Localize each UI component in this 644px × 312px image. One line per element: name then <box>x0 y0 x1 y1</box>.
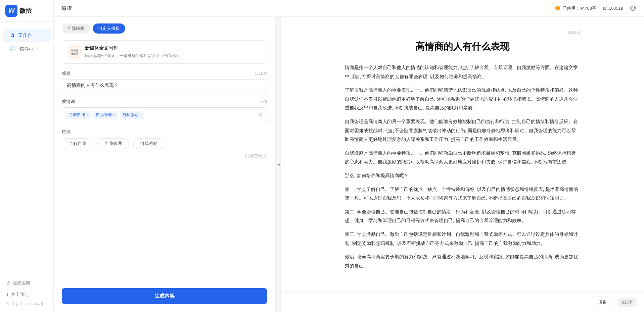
paragraph-0: 情商是指一个人对自己和他人的情感的认知和管理能力, 包括了解自我、自我管理、自我… <box>345 63 580 81</box>
right-panel: 10/100 高情商的人有什么表现 情商是指一个人对自己和他人的情感的认知和管理… <box>281 17 644 312</box>
try-tag-1[interactable]: 自我管理 <box>97 138 129 149</box>
article-title: 高情商的人有什么表现 <box>345 40 580 53</box>
try-tags: 了解自我 自我管理 自我激励 <box>62 138 267 149</box>
title-label: 标题 <box>62 70 71 76</box>
right-bottom-bar: 复制 815字 <box>281 292 644 312</box>
template-tabs: 全部模板 自定义模板 <box>62 23 267 34</box>
collapse-arrow-icon: ◀ <box>277 162 280 167</box>
word-count: 815字 <box>618 298 636 307</box>
paragraph-5: 第一, 学会了解自己。了解自己的优点、缺点、个性特质和偏好, 以及自己的情感状态… <box>345 185 580 203</box>
title-label-row: 标题 11/100 <box>62 70 267 76</box>
icp-text: ©ICP备2022016946号 <box>5 300 48 307</box>
try-label: 试试 <box>62 129 267 135</box>
usage-display: 🅣 已使用：44768字 <box>555 5 596 11</box>
sidebar-item-copyright[interactable]: © 版权说明 <box>5 277 48 289</box>
keyword-tag-1: 自我管理 x <box>93 111 118 119</box>
sidebar-footer: © 版权说明 ℹ 关于我们 ©ICP备2022016946号 <box>0 272 53 312</box>
title-section: 标题 11/100 <box>62 70 267 92</box>
workbench-icon: 🖥 <box>9 33 15 39</box>
logo-icon: W <box>5 5 17 17</box>
paragraph-2: 自我管理是高情商人的另一个重要表现。他们能够有效地控制自己的言行和行为, 控制自… <box>345 117 580 144</box>
keyword-section: 关键词 3/6 了解自我 x 自我管理 x 自我激励 x <box>62 99 267 122</box>
paragraph-4: 那么, 如何培养和提高情商呢？ <box>345 171 580 180</box>
user-id: ID:100519 <box>603 6 623 11</box>
about-label: 关于我们 <box>11 292 29 298</box>
keywords-box[interactable]: 了解自我 x 自我管理 x 自我激励 x ✕ <box>62 107 267 122</box>
title-count: 11/100 <box>255 71 267 76</box>
content-area: 全部模板 自定义模板 📰 新媒体全文写作 输入标题+关键词，一键准确生成所需文章… <box>54 17 644 312</box>
app-name: 微撰 <box>19 7 32 15</box>
article-page-count: 10/100 <box>345 30 580 35</box>
generate-button[interactable]: 生成内容 <box>62 288 267 304</box>
keywords-clear-icon[interactable]: ✕ <box>258 112 263 118</box>
sidebar-item-drafts[interactable]: 📄 稿件中心 <box>3 43 51 56</box>
paragraph-3: 自我激励是高情商人的重要特质之一。他们能够激励自己不断地追求目标和梦想, 克服困… <box>345 149 580 166</box>
keyword-text-1: 自我管理 <box>96 112 112 118</box>
sidebar: W 微撰 🖥 工作台 📄 稿件中心 © 版权说明 ℹ 关于我们 ©ICP备202… <box>0 0 54 312</box>
sidebar-item-label-workbench: 工作台 <box>18 33 32 39</box>
article-container: 10/100 高情商的人有什么表现 情商是指一个人对自己和他人的情感的认知和管理… <box>318 17 607 308</box>
clear-input-btn[interactable]: 白清空录入 <box>62 153 267 159</box>
try-section: 试试 了解自我 自我管理 自我激励 白清空录入 <box>62 129 267 159</box>
template-card: 📰 新媒体全文写作 输入标题+关键词，一键准确生成所需文章（约15秒） <box>62 40 267 64</box>
keyword-label-row: 关键词 3/6 <box>62 99 267 105</box>
sidebar-item-about[interactable]: ℹ 关于我们 <box>5 289 48 300</box>
main: 微撰 🅣 已使用：44768字 ID:100519 ⏻ 全部模板 自定义模板 📰… <box>54 0 644 312</box>
power-icon[interactable]: ⏻ <box>630 5 636 12</box>
try-tag-0[interactable]: 了解自我 <box>62 138 93 149</box>
copyright-label: 版权说明 <box>13 280 30 286</box>
sidebar-item-label-drafts: 稿件中心 <box>19 46 38 52</box>
template-icon: 📰 <box>67 45 81 59</box>
copyright-icon: © <box>7 281 10 286</box>
keyword-text-2: 自我激励 <box>122 112 138 118</box>
left-panel: 全部模板 自定义模板 📰 新媒体全文写作 输入标题+关键词，一键准确生成所需文章… <box>54 17 275 312</box>
usage-text: 已使用：44768字 <box>562 5 596 11</box>
template-name: 新媒体全文写作 <box>85 45 261 51</box>
tab-all-templates[interactable]: 全部模板 <box>62 23 90 34</box>
collapse-handle[interactable]: ◀ <box>275 17 281 312</box>
keyword-label: 关键词 <box>62 99 75 105</box>
template-desc: 输入标题+关键词，一键准确生成所需文章（约15秒） <box>85 53 261 59</box>
keyword-remove-1[interactable]: x <box>113 113 115 117</box>
paragraph-1: 了解自我是高情商人的重要表现之一。他们能够清楚地认识自己的优点和缺点, 以及自己… <box>345 86 580 112</box>
keyword-count: 3/6 <box>261 99 267 104</box>
copy-button[interactable]: 复制 <box>592 297 614 308</box>
title-input[interactable] <box>62 79 267 92</box>
drafts-icon: 📄 <box>9 46 16 52</box>
keyword-tag-2: 自我激励 x <box>120 111 144 119</box>
keyword-text-0: 了解自我 <box>69 112 85 118</box>
paragraph-6: 第二, 学会管理自己。管理自己包括控制自己的情绪、行为和言语, 以及管理自己的时… <box>345 207 580 225</box>
paragraph-7: 第三, 学会激励自己。激励自己包括设定目标和计划、自我激励和自我奖励等方式。可以… <box>345 230 580 248</box>
logo-area: W 微撰 <box>0 0 53 22</box>
sidebar-item-workbench[interactable]: 🖥 工作台 <box>3 29 51 42</box>
topbar-title: 微撰 <box>62 5 72 11</box>
keyword-tag-0: 了解自我 x <box>66 111 91 119</box>
topbar-right: 🅣 已使用：44768字 ID:100519 ⏻ <box>555 5 636 12</box>
paragraph-8: 最后, 培养高情商需要长期的努力和实践。只有通过不断地学习、反思和实践, 才能够… <box>345 252 580 270</box>
template-info: 新媒体全文写作 输入标题+关键词，一键准确生成所需文章（约15秒） <box>85 45 261 59</box>
sidebar-nav: 🖥 工作台 📄 稿件中心 <box>0 22 53 272</box>
about-icon: ℹ <box>7 292 8 297</box>
keyword-remove-2[interactable]: x <box>140 113 142 117</box>
try-tag-2[interactable]: 自我激励 <box>133 138 165 149</box>
usage-icon: 🅣 <box>555 5 560 11</box>
topbar: 微撰 🅣 已使用：44768字 ID:100519 ⏻ <box>54 0 644 17</box>
keyword-remove-0[interactable]: x <box>86 113 88 117</box>
tab-custom-templates[interactable]: 自定义模板 <box>93 23 125 34</box>
article-body: 情商是指一个人对自己和他人的情感的认知和管理能力, 包括了解自我、自我管理、自我… <box>345 63 580 270</box>
